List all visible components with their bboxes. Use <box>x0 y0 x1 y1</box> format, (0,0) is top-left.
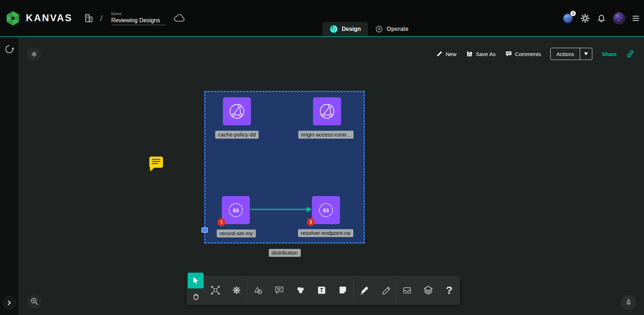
tool-dock: T <box>187 275 460 305</box>
cluster-blob-tool-button[interactable] <box>290 275 311 305</box>
text-tool-letter: T <box>320 287 323 293</box>
comment-icon <box>274 284 285 296</box>
cursor-arrow-icon <box>192 277 200 284</box>
caret-down-icon <box>584 52 588 55</box>
node-record-set[interactable]: 53 <box>222 196 250 224</box>
operate-tab-label: Operate <box>387 26 408 32</box>
sticky-note-icon <box>337 284 349 296</box>
node-resolver-endpoint[interactable]: 53 <box>312 196 340 224</box>
design-name-label: Name <box>111 11 166 16</box>
marker-tool-button[interactable] <box>354 275 375 305</box>
design-tab-icon <box>330 25 338 33</box>
actions-button[interactable]: Actions <box>551 48 580 60</box>
canvas-toolbar: New Save As Comments <box>436 48 635 60</box>
designs-swirl-icon[interactable] <box>4 44 14 54</box>
top-bar: KANVAS / Name <box>0 0 644 37</box>
actions-split-button: Actions <box>550 48 592 60</box>
marker-pen-icon <box>359 284 370 296</box>
left-sidebar <box>0 37 19 315</box>
node-label-resolver-endpoint[interactable]: resolver-endpoint-na <box>298 229 353 237</box>
actions-dropdown-button[interactable] <box>580 48 592 60</box>
settings-gear-icon[interactable] <box>580 14 590 23</box>
save-as-label: Save As <box>476 51 496 57</box>
comment-tool-button[interactable] <box>269 275 290 305</box>
archive-tool-button[interactable] <box>396 275 417 305</box>
operate-tab-icon <box>375 25 383 33</box>
pan-tool-button[interactable] <box>191 288 200 305</box>
shapes-tool-button[interactable] <box>247 275 269 305</box>
design-canvas[interactable]: New Save As Comments <box>19 37 644 315</box>
help-tool-button[interactable]: ? <box>439 275 460 305</box>
archive-inbox-icon <box>401 284 413 296</box>
design-tab-label: Design <box>342 26 361 32</box>
route53-icon: 53 <box>316 200 336 220</box>
cloudfront-icon <box>227 101 247 121</box>
save-floppy-icon <box>466 50 473 57</box>
catalog-icon[interactable]: 1 <box>563 13 573 24</box>
node-cache-policy[interactable] <box>223 97 251 125</box>
node-label-origin-access-control[interactable]: origin-access-contr... <box>298 131 354 139</box>
components-tool-button[interactable] <box>205 275 226 305</box>
new-pencil-icon <box>436 50 443 57</box>
new-label: New <box>446 51 457 57</box>
sidebar-expand-button[interactable] <box>3 296 16 309</box>
comment-marker[interactable] <box>149 157 163 168</box>
tab-design[interactable]: Design <box>322 22 368 36</box>
route53-number: 53 <box>323 208 329 213</box>
comments-bubble-icon <box>505 50 512 57</box>
organization-icon[interactable] <box>84 13 94 23</box>
sticky-note-tool-button[interactable] <box>332 275 353 305</box>
notifications-bell-icon[interactable] <box>597 14 606 23</box>
layers-tool-button[interactable] <box>417 275 439 305</box>
mode-tabs: Design Operate <box>322 22 416 36</box>
hamburger-menu-icon[interactable] <box>633 16 639 21</box>
resolver-endpoint-error-badge[interactable]: 1 <box>307 218 315 226</box>
user-avatar[interactable] <box>613 12 625 24</box>
helm-tool-button[interactable] <box>226 275 247 305</box>
text-tool-button[interactable]: T <box>311 275 332 305</box>
helm-wheel-icon <box>231 284 242 296</box>
design-name-block: Name <box>111 11 166 25</box>
select-tool-button[interactable] <box>188 273 204 288</box>
pencil-icon <box>380 284 391 296</box>
tab-operate[interactable]: Operate <box>368 22 415 36</box>
cloudfront-icon <box>317 101 337 121</box>
header-right-icons: 1 <box>563 12 640 24</box>
kanvas-logo-icon <box>5 10 21 26</box>
zoom-in-button[interactable] <box>27 294 42 309</box>
record-set-error-badge[interactable]: 1 <box>218 218 225 226</box>
annotate-pen-button[interactable] <box>621 295 636 310</box>
pencil-tool-button[interactable] <box>375 275 396 305</box>
cloud-sync-icon[interactable] <box>174 14 185 23</box>
new-button[interactable]: New <box>436 50 457 57</box>
text-icon: T <box>316 284 327 296</box>
comments-label: Comments <box>515 51 541 57</box>
breadcrumb-separator: / <box>100 13 103 23</box>
actions-label: Actions <box>556 51 574 57</box>
connection-arrow[interactable] <box>251 206 312 213</box>
hand-icon <box>191 292 200 301</box>
node-label-cache-policy[interactable]: cache-policy-dd <box>215 131 258 139</box>
share-button[interactable]: Share <box>602 51 617 57</box>
group-resize-handle[interactable] <box>201 227 208 233</box>
pen-nib-icon <box>624 298 633 307</box>
notification-count-badge: 1 <box>570 11 576 16</box>
copy-link-icon[interactable] <box>626 50 635 58</box>
kanvas-logo[interactable]: KANVAS <box>5 10 73 26</box>
layers-icon <box>423 284 434 296</box>
dock-select-pan-column <box>187 275 205 305</box>
group-label-distribution[interactable]: distribution <box>269 249 301 257</box>
blob-icon <box>295 284 306 296</box>
component-chip-icon <box>210 284 221 296</box>
app-title: KANVAS <box>26 13 73 24</box>
shapes-icon <box>252 284 264 296</box>
node-label-record-set[interactable]: record-set-my <box>217 230 256 237</box>
help-icon: ? <box>446 284 452 296</box>
node-origin-access-control[interactable] <box>313 97 341 125</box>
design-name-input[interactable] <box>111 17 166 25</box>
comments-button[interactable]: Comments <box>505 50 541 57</box>
save-as-button[interactable]: Save As <box>466 50 496 57</box>
route53-icon: 53 <box>226 200 246 220</box>
canvas-quick-action-icon[interactable] <box>27 47 41 61</box>
route53-number: 53 <box>233 208 239 213</box>
